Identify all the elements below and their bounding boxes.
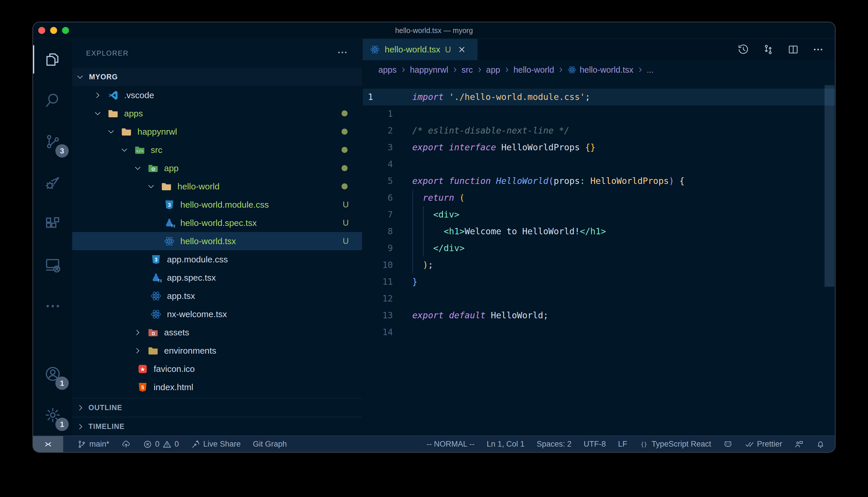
line-number[interactable]: 1: [363, 89, 400, 105]
breadcrumb-apps[interactable]: apps: [378, 65, 397, 75]
item-label: src: [151, 145, 162, 155]
sidebar-item-app-tsx[interactable]: app.tsx: [72, 287, 362, 305]
open-changes-icon[interactable]: [762, 44, 774, 55]
activity-accounts[interactable]: 1: [33, 353, 72, 395]
status-feedback[interactable]: [794, 436, 804, 452]
panel-timeline[interactable]: TIMELINE: [72, 417, 362, 436]
more-actions-icon[interactable]: [812, 44, 824, 55]
sidebar-item-app-spec-tsx[interactable]: TSapp.spec.tsx: [72, 269, 362, 287]
line-number[interactable]: 14: [363, 324, 400, 341]
status-indentation[interactable]: Spaces: 2: [537, 436, 571, 452]
code-line[interactable]: 1import './hello-world.module.css';: [363, 89, 835, 105]
sidebar-item-favicon-ico[interactable]: ★favicon.ico: [72, 360, 362, 378]
workspace-section-header[interactable]: MYORG: [72, 68, 362, 86]
breadcrumb--[interactable]: ...: [647, 65, 654, 75]
person-feedback-icon: [794, 440, 804, 449]
line-number[interactable]: 4: [363, 156, 400, 173]
status-notifications[interactable]: [816, 436, 825, 452]
code-line[interactable]: 1: [363, 105, 835, 122]
activity-extensions[interactable]: [33, 203, 72, 244]
code-line[interactable]: 8 <h1>Welcome to HelloWorld!</h1>: [363, 223, 835, 240]
sidebar-item-index-html[interactable]: 5index.html: [72, 378, 362, 396]
line-number[interactable]: 10: [363, 257, 400, 273]
line-number[interactable]: 12: [363, 290, 400, 307]
sidebar-item-app[interactable]: app: [72, 159, 362, 177]
status-vim-mode[interactable]: -- NORMAL --: [426, 436, 474, 452]
css3-icon: 3: [150, 254, 162, 265]
line-number[interactable]: 7: [363, 206, 400, 223]
sidebar-item-nx-welcome-tsx[interactable]: nx-welcome.tsx: [72, 305, 362, 323]
activity-run-debug[interactable]: [33, 162, 72, 203]
breadcrumb-src[interactable]: src: [461, 65, 473, 75]
sidebar-item-apps[interactable]: apps: [72, 104, 362, 123]
status-sync[interactable]: [122, 436, 131, 452]
activity-source-control[interactable]: 3: [33, 121, 72, 162]
activity-search[interactable]: [33, 80, 72, 121]
code-line[interactable]: 13export default HelloWorld;: [363, 307, 835, 324]
breadcrumb-hello-world-tsx[interactable]: hello-world.tsx: [567, 65, 633, 75]
code-line[interactable]: 14: [363, 324, 835, 341]
code-line[interactable]: 5export function HelloWorld(props: Hello…: [363, 173, 835, 189]
activity-more-views[interactable]: [33, 286, 72, 327]
code-line[interactable]: 9 </div>: [363, 240, 835, 257]
status-eol[interactable]: LF: [618, 436, 628, 452]
sidebar-item-hello-world[interactable]: hello-world: [72, 177, 362, 196]
sidebar-item-src[interactable]: </>src: [72, 141, 362, 159]
status-git-graph[interactable]: Git Graph: [253, 436, 287, 452]
sidebar-item-hello-world-spec-tsx[interactable]: TShello-world.spec.tsxU: [72, 214, 362, 232]
status-encoding[interactable]: UTF-8: [583, 436, 606, 452]
sidebar-item--vscode[interactable]: .vscode: [72, 86, 362, 104]
line-number[interactable]: 5: [363, 173, 400, 189]
code-line[interactable]: 4: [363, 156, 835, 173]
double-check-icon: [745, 440, 754, 449]
line-number[interactable]: 3: [363, 139, 400, 156]
sidebar-item-hello-world-module-css[interactable]: 3hello-world.module.cssU: [72, 196, 362, 214]
react-icon: [150, 309, 162, 320]
sidebar-item-assets[interactable]: assets: [72, 323, 362, 341]
code-line[interactable]: 7 <div>: [363, 206, 835, 223]
code-line[interactable]: 6 return (: [363, 189, 835, 206]
status-live-share[interactable]: Live Share: [191, 436, 240, 452]
status-cursor-position[interactable]: Ln 1, Col 1: [487, 436, 525, 452]
status-prettier[interactable]: Prettier: [745, 436, 782, 452]
line-number[interactable]: 1: [363, 105, 400, 122]
tab-hello-world-tsx[interactable]: hello-world.tsx U: [363, 39, 478, 60]
breadcrumb-app[interactable]: app: [486, 65, 500, 75]
line-number[interactable]: 8: [363, 223, 400, 240]
sidebar-item-environments[interactable]: environments: [72, 341, 362, 360]
code-editor[interactable]: 1import './hello-world.module.css';12/* …: [363, 79, 835, 436]
status-problems[interactable]: 00: [143, 436, 179, 452]
timeline-history-icon[interactable]: [738, 44, 749, 55]
line-number[interactable]: 6: [363, 189, 400, 206]
line-number[interactable]: 11: [363, 273, 400, 290]
code-line[interactable]: 2/* eslint-disable-next-line */: [363, 122, 835, 139]
editor-scrollbar[interactable]: [825, 85, 835, 287]
breadcrumb-happynrwl[interactable]: happynrwl: [410, 65, 448, 75]
code-line[interactable]: 11}: [363, 273, 835, 290]
status-github[interactable]: [724, 436, 733, 452]
panel-outline[interactable]: OUTLINE: [72, 398, 362, 417]
line-number[interactable]: 9: [363, 240, 400, 257]
status-language-mode[interactable]: {}TypeScript React: [639, 436, 711, 452]
remote-indicator[interactable]: [33, 436, 63, 452]
activity-remote-explorer[interactable]: [33, 244, 72, 286]
item-label: app.spec.tsx: [167, 273, 216, 283]
code-line[interactable]: 10 );: [363, 257, 835, 273]
folder-assets-icon: [147, 327, 159, 338]
sidebar-item-hello-world-tsx[interactable]: hello-world.tsxU: [72, 232, 362, 250]
line-number[interactable]: 2: [363, 122, 400, 139]
sidebar-item-app-module-css[interactable]: 3app.module.css: [72, 250, 362, 269]
modified-dot-badge: [342, 183, 348, 189]
code-line[interactable]: 12: [363, 290, 835, 307]
sidebar-item-happynrwl[interactable]: happynrwl: [72, 123, 362, 141]
close-tab-icon[interactable]: [457, 45, 466, 54]
activity-explorer[interactable]: [33, 39, 72, 80]
editor-group: hello-world.tsx U appshappynrwlsrcapphel…: [362, 39, 835, 436]
line-number[interactable]: 13: [363, 307, 400, 324]
code-line[interactable]: 3export interface HelloWorldProps {}: [363, 139, 835, 156]
breadcrumb-hello-world[interactable]: hello-world: [513, 65, 554, 75]
status-git-branch[interactable]: main*: [77, 436, 109, 452]
activity-settings[interactable]: 1: [33, 395, 72, 436]
explorer-more-actions-icon[interactable]: [336, 47, 348, 60]
split-editor-icon[interactable]: [787, 44, 799, 55]
